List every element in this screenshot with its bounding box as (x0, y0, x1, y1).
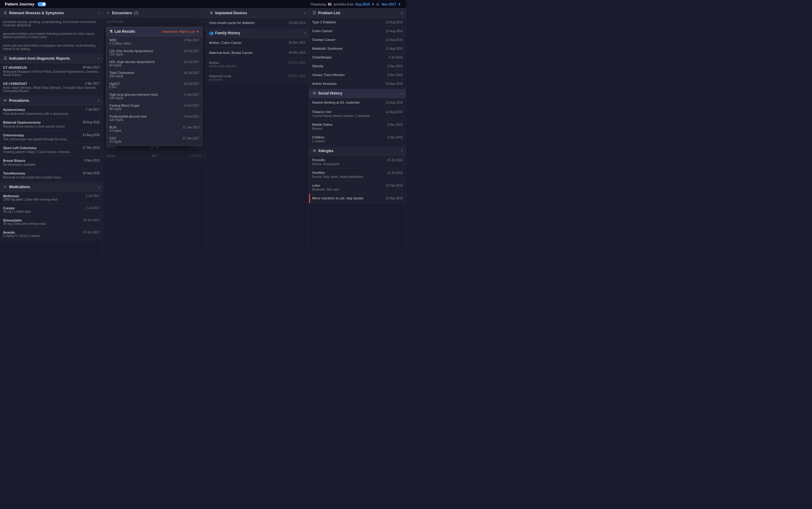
list-item[interactable]: US #198925427 2 Apr 2017 Aortic Valve St… (0, 79, 103, 96)
overlay-lab-item-3[interactable]: Total Cholesterol 19 Jul 2017 290 mg/dL (106, 69, 202, 80)
toggle-switch[interactable] (38, 2, 46, 6)
from-date[interactable]: Sep 2015 (356, 2, 370, 6)
list-item[interactable]: Tonsillectomy 19 Sep 2015 Removal of bot… (0, 169, 103, 182)
social-item-0[interactable]: Started drinking at 20, moderate 12 Aug … (309, 98, 406, 108)
prob-item-6[interactable]: Urinary Tract Infection 3 Dec 2015 (309, 71, 406, 79)
relevant-illnesses-header[interactable]: ☰ Relevant Illnesses & Symptoms ▾ (0, 8, 103, 18)
fh-desc-3: te Cancer (209, 78, 306, 81)
fh-item-0[interactable]: Mother: Colon Cancer 20 Dec 2015 (206, 38, 309, 48)
med-dosage-0: 1000 mg tablet | Daily with evening meal (3, 198, 100, 201)
medications-title: Medications (9, 185, 30, 189)
procedures-icon: ✏ (3, 98, 7, 103)
diagnostic-body: CT #834580125 26 Nov 2017 Malignant Neop… (0, 63, 103, 96)
olab-date-6: 4 Jun 2017 (184, 104, 200, 107)
social-history-header[interactable]: ⚙ Social History ▾ (309, 89, 406, 98)
from-arrow[interactable]: ▼ (371, 2, 375, 6)
social-item-2[interactable]: Marital Status 3 Dec 2015 Married (309, 120, 406, 133)
prob-item-3[interactable]: Metabolic Syndrome 12 Aug 2016 (309, 44, 406, 53)
list-item[interactable]: Simvastatin 24 Jun 2017 30 mg | Daily wi… (0, 216, 103, 228)
list-item[interactable]: Colonoscopy 12 Aug 2016 The colonoscope … (0, 131, 103, 144)
diagnostic-header-left: ☰ Indicators from Diagnostic Reports (3, 56, 70, 61)
overlay-filter[interactable]: Importance: High to Low ▼ (162, 30, 199, 33)
fh-item-1[interactable]: Maternal Aunt: Breast Cancer 20 Dec 2015 (206, 48, 309, 58)
list-item[interactable]: Avastin 24 Jun 2017 5 mg/kg IV | Every 2… (0, 228, 103, 240)
social-item-1[interactable]: Tobacco Use 12 Aug 2016 Current Heavy to… (309, 108, 406, 120)
implanted-devices-header[interactable]: ⚙ Implanted Devices ▾ (206, 8, 309, 18)
olab-name-5: Ogtt (oral glucose tolerance test) (109, 93, 158, 96)
fh-relation-0: Mother: Colon Cancer (209, 41, 242, 44)
med-date-3: 24 Jun 2017 (83, 231, 100, 234)
prob-item-7[interactable]: Actinic Keratosis 19 Sep 2015 (309, 79, 406, 88)
prob-item-5[interactable]: Obesity 3 Dec 2015 (309, 62, 406, 71)
overlay-lab-item-8[interactable]: BUN 17 Jan 2017 14 mg/dL (106, 124, 202, 135)
list-item[interactable]: generalized fatigue and malaise followin… (0, 30, 103, 41)
encounters-header[interactable]: + Encounters (7) ‹ (103, 8, 206, 18)
device-name-0: Uses insulin pump for diabetes (209, 21, 255, 25)
proc-date-0: 7 Jul 2017 (86, 108, 100, 111)
encounters-chevron[interactable]: ‹ (202, 11, 203, 15)
allergies-header[interactable]: ⚙ Allergies ▾ (309, 146, 406, 156)
list-item[interactable]: pelvic pain and intermittent constipatio… (0, 41, 103, 53)
list-item[interactable]: Open Left Colectomy 17 Dec 2015 Treating… (0, 144, 103, 156)
allergy-item-2[interactable]: Latex 23 Feb 2016 Moderate. Skin rash (309, 181, 406, 194)
vital-date-1: 4 Jul 2017 (171, 145, 203, 149)
list-item[interactable]: Bilateral Oophorectomy 30 Aug 2016 Remov… (0, 118, 103, 131)
overlay-lab-item-1[interactable]: LDL (low density lipoproteins) 19 Jul 20… (106, 47, 202, 58)
overlay-lab-item-5[interactable]: Ogtt (oral glucose tolerance test) 4 Jun… (106, 91, 202, 102)
list-item[interactable]: Hysterectomy 7 Jul 2017 Total abdominal … (0, 105, 103, 118)
diagnostic-header[interactable]: ☰ Indicators from Diagnostic Reports ▾ (0, 54, 103, 63)
overlay-lab-header[interactable]: ⚗ Lab Results Importance: High to Low ▼ (106, 27, 202, 36)
to-date[interactable]: Nov 2017 (382, 2, 396, 6)
fh-item-2[interactable]: Mother 20 Dec 2015 Adult onset diabetes (206, 58, 309, 71)
overlay-lab-item-2[interactable]: HDL (high density lipoproteins) 19 Jul 2… (106, 58, 202, 69)
list-item[interactable]: persistent nausea, vomiting, rectal blee… (0, 18, 103, 30)
medications-chevron[interactable]: ▾ (98, 185, 100, 189)
list-item[interactable]: Crestor 2 Jul 2017 40 mg | 1 tablet dail… (0, 204, 103, 216)
medications-header[interactable]: + Medications ▾ (0, 182, 103, 192)
proc-name-3: Open Left Colectomy (3, 146, 37, 150)
fh-relation-1: Maternal Aunt: Breast Cancer (209, 51, 253, 55)
overlay-lab-item-4[interactable]: HgA1C 19 Jul 2017 6.5% (106, 80, 202, 91)
diagnostic-chevron[interactable]: ▾ (98, 57, 100, 60)
prob-item-2[interactable]: Ovarian Cancer 12 Aug 2016 (309, 35, 406, 44)
list-item[interactable]: Breast Biopsy 5 Nov 2015 No information … (0, 156, 103, 169)
medications-icon: + (3, 185, 7, 189)
procedures-chevron[interactable]: ▾ (98, 99, 100, 102)
fh-date-2: 20 Dec 2015 (289, 61, 306, 65)
prob-item-4[interactable]: Cholelithiasis 9 Jul 2016 (309, 53, 406, 62)
allergies-chevron[interactable]: ▾ (401, 149, 403, 153)
allergy-item-1[interactable]: Shellfish 15 Jul 2016 Severe. Itchy sore… (309, 168, 406, 181)
overlay-lab-item-7[interactable]: Postprandial glucose test 4 Jun 2017 120… (106, 113, 202, 124)
prob-item-0[interactable]: Type 2 Diabetes 12 Aug 2016 (309, 18, 406, 27)
vital-item-2[interactable]: Height 5'6" 4 Jul 2017 (103, 151, 206, 160)
overlay-lab-item-9[interactable]: CO2 17 Jan 2017 24 mg/dL (106, 135, 202, 145)
social-name-0: Started drinking at 20, moderate (312, 101, 360, 104)
problem-list-chevron[interactable]: ▾ (401, 11, 403, 15)
list-item[interactable]: CT #834580125 26 Nov 2017 Malignant Neop… (0, 63, 103, 79)
to-arrow[interactable]: ▼ (398, 2, 401, 6)
olab-val-2: 40 mg/dL (109, 64, 199, 67)
olab-name-9: CO2 (109, 136, 116, 140)
procedures-header[interactable]: ✏ Procedures ▾ (0, 96, 103, 105)
medications-header-left: + Medications (3, 185, 30, 189)
family-history-header[interactable]: 👥 Family History ▾ (206, 29, 309, 38)
social-history-header-left: ⚙ Social History (312, 91, 342, 96)
overlay-lab-item-6[interactable]: Fasting Blood Sugar 4 Jun 2017 88 mg/dL (106, 102, 202, 113)
social-item-3[interactable]: Children 3 Dec 2015 2 children (309, 133, 406, 146)
vital-name-2: Height (106, 154, 138, 158)
social-history-body: Started drinking at 20, moderate 12 Aug … (309, 98, 406, 146)
relevant-illnesses-chevron[interactable]: ▾ (98, 11, 100, 15)
allergy-item-3[interactable]: Minor reactions to cat / dog dander 23 S… (309, 194, 406, 203)
allergies-panel: ⚙ Allergies ▾ Penicillin 15 Jul 2016 Sev… (309, 146, 406, 203)
problem-list-header[interactable]: ☰ Problem List ▾ (309, 8, 406, 18)
fh-item-3[interactable]: Maternal Uncle 20 Dec 2015 te Cancer (206, 71, 309, 84)
implanted-devices-chevron[interactable]: ▾ (304, 11, 306, 15)
list-item[interactable]: Metformin 2 Jul 2017 1000 mg tablet | Da… (0, 192, 103, 204)
family-history-chevron[interactable]: ▾ (304, 32, 306, 35)
prob-item-1[interactable]: Colon Cancer 12 Aug 2016 (309, 27, 406, 35)
overlay-lab-item-0[interactable]: WBC 1 Nov 2017 4.2 billion cells/L (106, 36, 202, 47)
allergy-item-0[interactable]: Penicillin 15 Jul 2016 Severe. Anaphylax… (309, 156, 406, 168)
device-item-0[interactable]: Uses insulin pump for diabetes 23 Feb 20… (206, 18, 309, 28)
problem-list-header-left: ☰ Problem List (312, 11, 340, 15)
social-history-chevron[interactable]: ▾ (401, 92, 403, 95)
